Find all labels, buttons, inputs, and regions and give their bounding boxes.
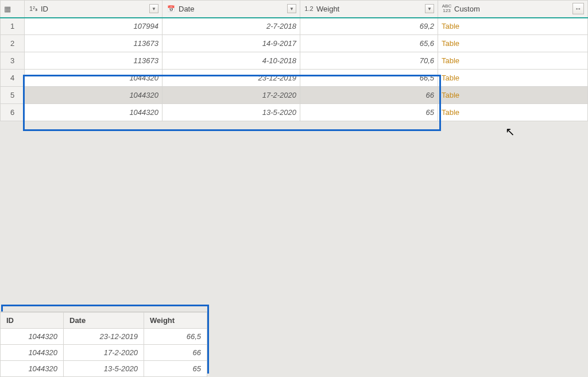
query-results-table: ▦ 1²₃ ID ▼ 📅 Date ▼ 1.2 Weight xyxy=(0,0,588,121)
cell-weight[interactable]: 65 xyxy=(300,104,438,121)
table-row[interactable]: 4104432023-12-201966,5Table xyxy=(1,70,588,87)
detail-cell-id[interactable]: 1044320 xyxy=(1,345,64,361)
corner-cell[interactable]: ▦ xyxy=(1,1,25,18)
cell-date[interactable]: 17-2-2020 xyxy=(163,87,300,104)
cell-custom-table-link[interactable]: Table xyxy=(438,18,588,35)
cell-id[interactable]: 107994 xyxy=(25,18,163,35)
detail-header-weight[interactable]: Weight xyxy=(144,313,207,329)
column-label: ID xyxy=(41,5,147,13)
table-row[interactable]: 211367314-9-201765,6Table xyxy=(1,35,588,52)
cell-custom-table-link[interactable]: Table xyxy=(438,104,588,121)
row-number[interactable]: 5 xyxy=(1,87,25,104)
detail-cell-date[interactable]: 23-12-2019 xyxy=(64,329,144,345)
detail-cell-id[interactable]: 1044320 xyxy=(1,361,64,377)
table-corner-icon: ▦ xyxy=(4,5,11,13)
detail-header-id[interactable]: ID xyxy=(1,313,64,329)
column-header-id[interactable]: 1²₃ ID ▼ xyxy=(25,1,163,18)
detail-cell-weight[interactable]: 66,5 xyxy=(144,329,207,345)
cell-custom-table-link[interactable]: Table xyxy=(438,52,588,70)
cell-id[interactable]: 113673 xyxy=(25,52,163,70)
cell-date[interactable]: 14-9-2017 xyxy=(163,35,300,52)
row-number[interactable]: 1 xyxy=(1,18,25,35)
integer-type-icon: 1²₃ xyxy=(28,5,38,13)
cell-weight[interactable]: 65,6 xyxy=(300,35,438,52)
cell-date[interactable]: 13-5-2020 xyxy=(163,104,300,121)
detail-cell-id[interactable]: 1044320 xyxy=(1,329,64,345)
detail-row[interactable]: 104432017-2-202066 xyxy=(1,345,207,361)
table-row[interactable]: 11079942-7-201869,2Table xyxy=(1,18,588,35)
filter-dropdown-icon[interactable]: ▼ xyxy=(149,4,158,13)
row-number[interactable]: 3 xyxy=(1,52,25,70)
column-header-date[interactable]: 📅 Date ▼ xyxy=(163,1,300,18)
detail-header-date[interactable]: Date xyxy=(64,313,144,329)
detail-cell-date[interactable]: 13-5-2020 xyxy=(64,361,144,377)
table-row[interactable]: 6104432013-5-202065Table xyxy=(1,104,588,121)
cell-date[interactable]: 23-12-2019 xyxy=(163,70,300,87)
filter-dropdown-icon[interactable]: ▼ xyxy=(425,4,434,13)
detail-row[interactable]: 104432013-5-202065 xyxy=(1,361,207,377)
cell-custom-table-link[interactable]: Table xyxy=(438,87,588,104)
cell-weight[interactable]: 70,6 xyxy=(300,52,438,70)
filter-dropdown-icon[interactable]: ▼ xyxy=(287,4,296,13)
any-type-icon: ABC 123 xyxy=(442,4,452,13)
cell-custom-table-link[interactable]: Table xyxy=(438,70,588,87)
date-type-icon: 📅 xyxy=(166,5,176,13)
cell-weight[interactable]: 66 xyxy=(300,87,438,104)
cell-id[interactable]: 1044320 xyxy=(25,87,163,104)
detail-cell-weight[interactable]: 66 xyxy=(144,345,207,361)
row-number[interactable]: 2 xyxy=(1,35,25,52)
cell-date[interactable]: 2-7-2018 xyxy=(163,18,300,35)
column-label: Weight xyxy=(316,5,423,13)
expand-column-icon[interactable]: ↔ xyxy=(572,3,584,14)
column-header-weight[interactable]: 1.2 Weight ▼ xyxy=(300,1,438,18)
column-label: Custom xyxy=(454,5,570,13)
detail-header-row: ID Date Weight xyxy=(1,313,207,329)
cell-weight[interactable]: 66,5 xyxy=(300,70,438,87)
column-header-custom[interactable]: ABC 123 Custom ↔ xyxy=(438,1,588,18)
cell-id[interactable]: 1044320 xyxy=(25,104,163,121)
column-header-row: ▦ 1²₃ ID ▼ 📅 Date ▼ 1.2 Weight xyxy=(1,1,588,18)
cell-id[interactable]: 113673 xyxy=(25,35,163,52)
detail-cell-date[interactable]: 17-2-2020 xyxy=(64,345,144,361)
table-row[interactable]: 31136734-10-201870,6Table xyxy=(1,52,588,70)
detail-cell-weight[interactable]: 65 xyxy=(144,361,207,377)
nested-table-preview: ID Date Weight 104432023-12-201966,51044… xyxy=(0,311,207,377)
row-number[interactable]: 6 xyxy=(1,104,25,121)
table-row[interactable]: 5104432017-2-202066Table xyxy=(1,87,588,104)
row-number[interactable]: 4 xyxy=(1,70,25,87)
decimal-type-icon: 1.2 xyxy=(304,5,314,12)
detail-row[interactable]: 104432023-12-201966,5 xyxy=(1,329,207,345)
column-label: Date xyxy=(179,5,285,13)
mouse-cursor-icon: ↖ xyxy=(505,125,515,139)
cell-id[interactable]: 1044320 xyxy=(25,70,163,87)
cell-date[interactable]: 4-10-2018 xyxy=(163,52,300,70)
cell-weight[interactable]: 69,2 xyxy=(300,18,438,35)
cell-custom-table-link[interactable]: Table xyxy=(438,35,588,52)
